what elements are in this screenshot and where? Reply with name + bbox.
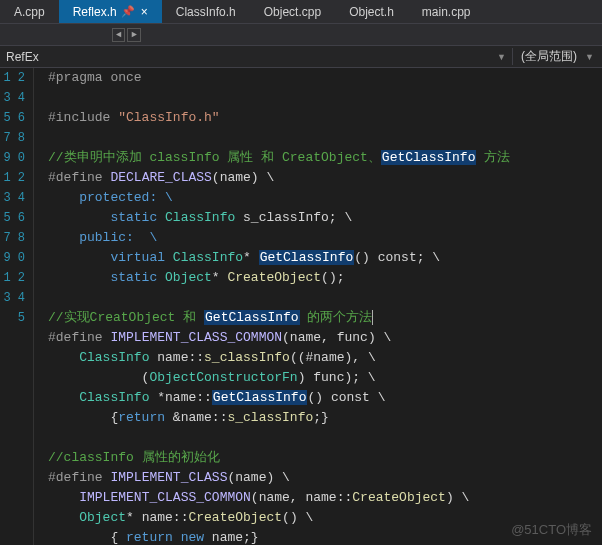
highlight: GetClassInfo bbox=[259, 250, 355, 265]
code-line bbox=[48, 390, 79, 405]
back-icon[interactable]: ◄ bbox=[112, 28, 125, 42]
code-line: #define bbox=[48, 330, 110, 345]
code-area[interactable]: #pragma once #include "ClassInfo.h" //类申… bbox=[34, 68, 602, 545]
code-comment: //类申明中添加 classInfo 属性 和 CreatObject、 bbox=[48, 150, 381, 165]
close-icon[interactable]: × bbox=[141, 5, 148, 19]
code-comment: //classInfo 属性的初始化 bbox=[48, 450, 220, 465]
scope-dropdown[interactable]: RefEx▼ bbox=[0, 50, 512, 64]
code-line: virtual bbox=[48, 250, 173, 265]
highlight: GetClassInfo bbox=[212, 390, 308, 405]
code-line: static bbox=[48, 270, 165, 285]
code-line: #define bbox=[48, 170, 110, 185]
navigation-bar: RefEx▼ (全局范围)▼ bbox=[0, 46, 602, 68]
tab-classinfo-h[interactable]: ClassInfo.h bbox=[162, 0, 250, 23]
code-line bbox=[48, 490, 79, 505]
code-line: #include bbox=[48, 110, 118, 125]
code-line: static bbox=[48, 210, 165, 225]
member-dropdown[interactable]: (全局范围)▼ bbox=[512, 48, 602, 65]
code-line bbox=[48, 510, 79, 525]
tab-a-cpp[interactable]: A.cpp bbox=[0, 0, 59, 23]
forward-icon[interactable]: ► bbox=[127, 28, 140, 42]
code-line: protected: \ bbox=[48, 190, 173, 205]
code-editor[interactable]: 1 2 3 4 5 6 7 8 9 0 1 2 3 4 5 6 7 8 9 0 … bbox=[0, 68, 602, 545]
pin-icon[interactable]: 📌 bbox=[121, 5, 135, 18]
toolbar: ◄ ► bbox=[0, 24, 602, 46]
line-gutter: 1 2 3 4 5 6 7 8 9 0 1 2 3 4 5 6 7 8 9 0 … bbox=[0, 68, 34, 545]
code-line: public: \ bbox=[48, 230, 157, 245]
highlight: GetClassInfo bbox=[204, 310, 300, 325]
tab-object-cpp[interactable]: Object.cpp bbox=[250, 0, 335, 23]
code-line: #pragma once bbox=[48, 70, 142, 85]
watermark: @51CTO博客 bbox=[511, 521, 592, 539]
code-line bbox=[48, 350, 79, 365]
tab-bar: A.cpp Reflex.h 📌 × ClassInfo.h Object.cp… bbox=[0, 0, 602, 24]
code-comment: //实现CreatObject 和 bbox=[48, 310, 204, 325]
code-line: #define bbox=[48, 470, 110, 485]
tab-reflex-h[interactable]: Reflex.h 📌 × bbox=[59, 0, 162, 23]
code-line: { bbox=[48, 410, 118, 425]
code-string: "ClassInfo.h" bbox=[118, 110, 219, 125]
highlight: GetClassInfo bbox=[381, 150, 477, 165]
text-caret bbox=[372, 310, 373, 325]
chevron-down-icon: ▼ bbox=[497, 52, 506, 62]
tab-main-cpp[interactable]: main.cpp bbox=[408, 0, 485, 23]
code-line: { bbox=[48, 530, 126, 545]
chevron-down-icon: ▼ bbox=[585, 52, 594, 62]
tab-object-h[interactable]: Object.h bbox=[335, 0, 408, 23]
history-nav: ◄ ► bbox=[112, 28, 141, 42]
code-line: ( bbox=[48, 370, 149, 385]
